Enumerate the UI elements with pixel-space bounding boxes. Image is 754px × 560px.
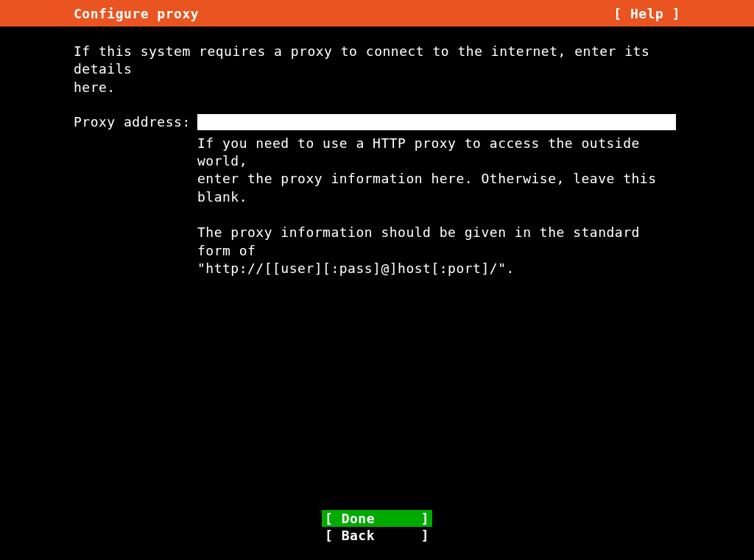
proxy-address-label: Proxy address:: [74, 114, 197, 130]
proxy-field-row: Proxy address: If you need to use a HTTP…: [74, 114, 680, 277]
proxy-help-text: If you need to use a HTTP proxy to acces…: [197, 135, 676, 277]
done-button-label: Done: [342, 511, 375, 526]
footer-buttons: [ Done ] [ Back ]: [0, 510, 754, 544]
intro-text: If this system requires a proxy to conne…: [74, 43, 680, 96]
page-title: Configure proxy: [74, 6, 199, 21]
done-button[interactable]: [ Done ]: [322, 510, 432, 527]
header-bar: Configure proxy [ Help ]: [0, 0, 754, 26]
back-button[interactable]: [ Back ]: [322, 527, 432, 544]
help-button[interactable]: [ Help ]: [613, 6, 680, 21]
main-content: If this system requires a proxy to conne…: [0, 26, 754, 277]
proxy-address-input[interactable]: [197, 114, 676, 130]
proxy-field-body: If you need to use a HTTP proxy to acces…: [197, 114, 680, 277]
back-button-label: Back: [342, 528, 375, 543]
